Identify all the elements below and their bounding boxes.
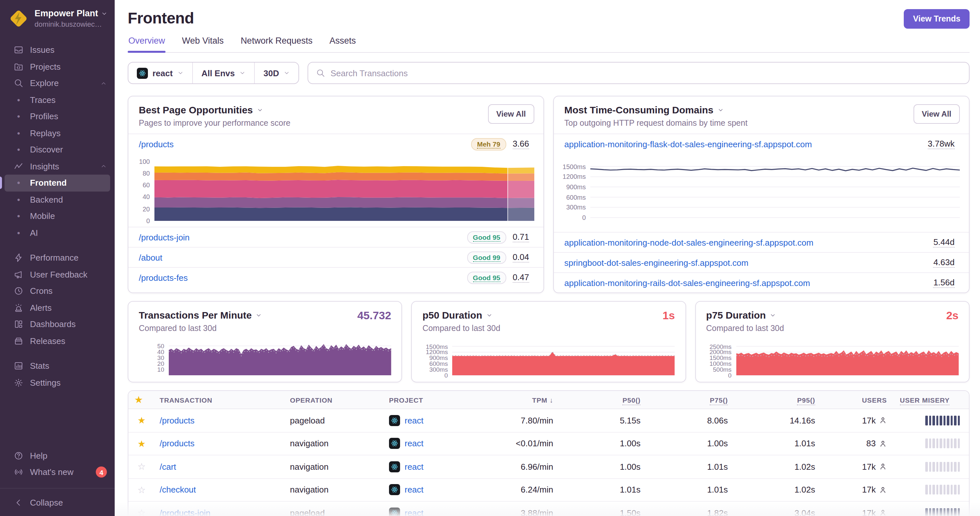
p50-duration-card: p50 Duration 1s Compared to last 30d 150… [412,301,686,383]
star-filled-icon[interactable]: ★ [137,415,146,426]
p75-title-row[interactable]: p75 Duration [706,310,958,321]
domains-list: application-monitoring-flask-dot-sales-e… [554,133,969,292]
users-cell: 83 [828,439,887,449]
sidebar-item-traces[interactable]: •Traces [0,92,115,108]
star-outline-icon[interactable]: ☆ [137,462,146,472]
table-row: ☆/cartnavigationreact6.96/min1.00s1.01s1… [128,456,969,478]
star-outline-icon[interactable]: ☆ [137,485,146,495]
transaction-link[interactable]: /products-join [160,508,210,516]
p50-title-row[interactable]: p50 Duration [423,310,675,321]
column-header-p50[interactable]: P50() [560,396,647,403]
view-all-button[interactable]: View All [488,104,534,124]
star-icon: ★ [135,395,143,405]
sidebar-item-projects[interactable]: Projects [0,58,115,75]
sidebar-item-user-feedback[interactable]: User Feedback [0,266,115,283]
star-filled-icon[interactable]: ★ [137,438,146,449]
tab-assets[interactable]: Assets [329,36,356,52]
page-link[interactable]: /about [139,252,467,262]
column-header-tpm[interactable]: TPM ↓ [487,396,560,403]
sidebar-item-issues[interactable]: Issues [0,42,115,58]
column-header-project[interactable]: PROJECT [382,396,487,403]
project-link[interactable]: react [405,485,423,495]
p75-chart: 2500ms2000ms1500ms1000ms500ms0 [706,333,958,375]
sidebar-item-crons[interactable]: Crons [0,283,115,299]
column-header-p75[interactable]: P75() [647,396,734,403]
transaction-link[interactable]: /cart [160,462,176,472]
card-title-row[interactable]: Best Page Opportunities [139,104,533,115]
sidebar-item-performance[interactable]: Performance [0,249,115,266]
chevron-down-icon [101,10,107,17]
view-trends-button[interactable]: View Trends [904,9,970,29]
chevron-up-icon[interactable] [100,163,107,170]
project-link[interactable]: react [405,462,423,472]
score-badge: Good 95 [467,231,506,243]
tab-web-vitals[interactable]: Web Vitals [181,36,224,52]
sidebar-item-insights[interactable]: Insights [0,158,115,175]
search-icon [316,68,325,78]
sidebar-item-ai[interactable]: •AI [0,224,115,241]
releases-icon [14,336,24,346]
best-pages-subtitle: Pages to improve your performance score [139,119,533,128]
tab-overview[interactable]: Overview [128,36,166,52]
sidebar-collapse-button[interactable]: Collapse [0,494,115,511]
sidebar-item-stats[interactable]: Stats [0,358,115,374]
column-header-users[interactable]: USERS [822,396,893,403]
tpm-title-row[interactable]: Transactions Per Minute [139,310,391,321]
card-title-row[interactable]: Most Time-Consuming Domains [564,104,958,115]
domain-link[interactable]: application-monitoring-rails-dot-sales-e… [564,278,934,287]
project-filter[interactable]: react [128,62,192,83]
sidebar-item-mobile[interactable]: •Mobile [0,208,115,224]
project-link[interactable]: react [405,439,423,449]
sidebar-item-backend[interactable]: •Backend [0,191,115,208]
domain-link[interactable]: springboot-dot-sales-engineering-sf.apps… [564,258,934,267]
alerts-icon [14,303,24,313]
sidebar-item-explore[interactable]: Explore [0,75,115,92]
column-header-transaction[interactable]: TRANSACTION [153,396,283,403]
sidebar-item-releases[interactable]: Releases [0,333,115,349]
view-all-button[interactable]: View All [913,104,960,124]
sidebar-item-settings[interactable]: Settings [0,374,115,391]
env-filter[interactable]: All Envs [192,62,255,83]
project-link[interactable]: react [405,416,423,426]
table-row: ☆/checkoutnavigationreact6.24/min1.01s1.… [128,478,969,502]
sidebar-item-profiles[interactable]: •Profiles [0,108,115,125]
sidebar-item-what-s-new[interactable]: What's new4 [0,464,115,481]
page-link[interactable]: /products-fes [139,273,467,283]
sidebar-item-label: Frontend [30,178,67,188]
insight-panels: Best Page Opportunities Pages to improve… [128,96,970,293]
star-outline-icon[interactable]: ☆ [137,508,146,516]
sidebar-item-label: Releases [30,336,65,346]
sidebar-item-replays[interactable]: •Replays [0,125,115,141]
sidebar-item-help[interactable]: Help [0,447,115,464]
domain-row: application-monitoring-flask-dot-sales-e… [554,133,969,154]
project-filter-label: react [153,68,173,78]
transaction-link[interactable]: /products [160,416,194,426]
domain-link[interactable]: application-monitoring-node-dot-sales-en… [564,238,934,247]
sidebar-item-label: Projects [30,62,60,71]
tpm-cell: 6.24/min [487,485,560,495]
sidebar-item-frontend[interactable]: •Frontend [5,175,110,191]
column-header-star[interactable]: ★ [128,395,153,405]
transaction-link[interactable]: /checkout [160,485,196,495]
sidebar-item-dashboards[interactable]: Dashboards [0,316,115,333]
sidebar-item-discover[interactable]: •Discover [0,141,115,158]
tpm-value: 45.732 [357,310,391,322]
search-input[interactable] [330,68,961,78]
user-icon [879,486,887,494]
best-page-row: /products-fesGood 950.47 [128,267,543,287]
domains-subtitle: Top outgoing HTTP request domains by tim… [564,119,958,128]
project-link[interactable]: react [405,508,423,516]
date-range-filter[interactable]: 30D [255,62,299,83]
column-header-p95[interactable]: P95() [734,396,822,403]
column-header-operation[interactable]: OPERATION [283,396,382,403]
sidebar-item-alerts[interactable]: Alerts [0,299,115,316]
page-filter-group: react All Envs 30D [128,62,299,84]
org-switcher[interactable]: Empower Plant dominik.buszowiec… [0,0,115,34]
transaction-link[interactable]: /products [160,439,194,449]
page-link[interactable]: /products [139,139,471,149]
chevron-up-icon[interactable] [100,80,107,87]
column-header-user-misery[interactable]: USER MISERY [893,396,969,403]
domain-link[interactable]: application-monitoring-flask-dot-sales-e… [564,139,928,149]
tab-network-requests[interactable]: Network Requests [240,36,313,52]
page-link[interactable]: /products-join [139,232,467,242]
